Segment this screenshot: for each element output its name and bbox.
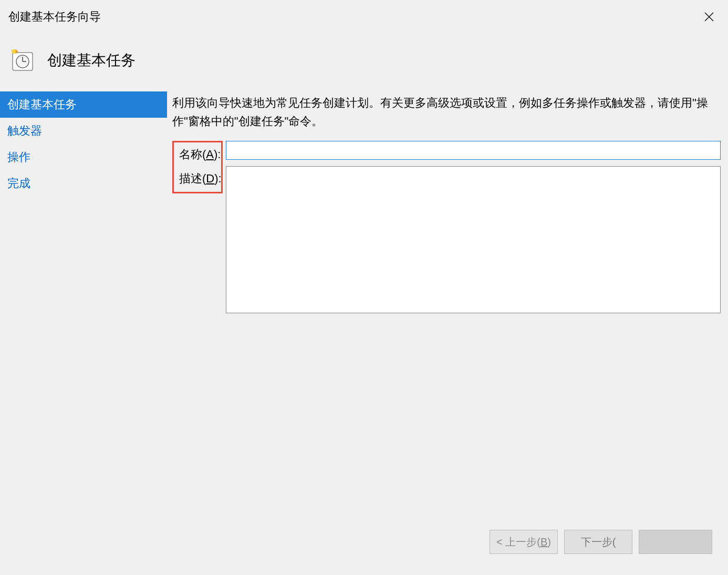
- window-title: 创建基本任务向导: [8, 9, 101, 25]
- description-textarea[interactable]: [226, 166, 721, 313]
- fields-column: [226, 141, 721, 313]
- obscured-button: [639, 530, 712, 554]
- name-input[interactable]: [226, 141, 721, 160]
- close-icon[interactable]: [699, 6, 720, 27]
- labels-highlight-box: 名称(A): 描述(D):: [172, 141, 223, 193]
- name-label: 名称(A):: [179, 147, 216, 162]
- sidebar-item-finish[interactable]: 完成: [0, 170, 167, 197]
- next-button[interactable]: 下一步(: [564, 530, 632, 554]
- wizard-title: 创建基本任务: [47, 50, 136, 70]
- sidebar-item-action[interactable]: 操作: [0, 144, 167, 170]
- form-section: 名称(A): 描述(D):: [172, 141, 721, 313]
- wizard-description: 利用该向导快速地为常见任务创建计划。有关更多高级选项或设置，例如多任务操作或触发…: [172, 94, 721, 130]
- wizard-header: 创建基本任务: [0, 32, 728, 89]
- back-button[interactable]: < 上一步(B): [490, 530, 558, 554]
- sidebar-item-label: 完成: [7, 177, 30, 190]
- sidebar-item-label: 触发器: [7, 124, 42, 137]
- sidebar-item-trigger[interactable]: 触发器: [0, 118, 167, 144]
- wizard-sidebar: 创建基本任务 触发器 操作 完成: [0, 89, 167, 559]
- main-container: 创建基本任务 触发器 操作 完成 利用该向导快速地为常见任务创建计划。有关更多高…: [0, 89, 728, 559]
- sidebar-item-create-task[interactable]: 创建基本任务: [0, 91, 167, 118]
- title-bar: 创建基本任务向导: [0, 0, 728, 32]
- content-area: 利用该向导快速地为常见任务创建计划。有关更多高级选项或设置，例如多任务操作或触发…: [167, 89, 728, 559]
- sidebar-item-label: 创建基本任务: [7, 98, 77, 111]
- description-label: 描述(D):: [179, 171, 216, 187]
- task-wizard-icon: [8, 47, 35, 74]
- sidebar-item-label: 操作: [7, 150, 30, 163]
- button-bar: < 上一步(B) 下一步(: [490, 530, 712, 554]
- svg-point-7: [12, 49, 16, 54]
